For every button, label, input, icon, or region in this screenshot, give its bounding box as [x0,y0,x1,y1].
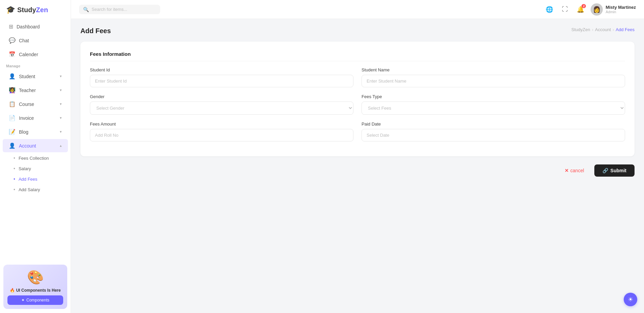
logo: 🎓 StudyZen [0,0,71,20]
promo-text: 🔥 UI Components Is Here [10,288,60,293]
promo-card: 🎨 🔥 UI Components Is Here ✦ Components [3,265,67,309]
notification-button[interactable]: 🔔 2 [575,4,586,15]
translate-icon: 🌐 [546,6,553,13]
avatar: 👩 [591,3,603,16]
logo-icon: 🎓 [6,5,15,14]
cancel-button[interactable]: ✕ cancel [559,165,589,176]
main-content: 🔍 🌐 ⛶ 🔔 2 👩 Misty Martinez Admin [71,0,644,313]
dashboard-icon: ⊞ [9,23,13,30]
breadcrumb-sep-1: › [592,27,593,32]
form-actions: ✕ cancel 🔗 Submit [80,164,635,177]
sidebar-item-label: Dashboard [17,24,40,29]
user-details: Misty Martinez Admin [605,5,636,14]
page-content: Add Fees StudyZen › Account › Add Fees F… [71,19,644,313]
student-name-group: Student Name [362,67,625,87]
chevron-down-icon: ▾ [60,74,62,79]
fees-type-select[interactable]: Select Fees Tuition Fee Exam Fee Library… [362,102,625,115]
sub-item-label: Salary [19,166,31,171]
components-icon: ✦ [21,298,25,303]
student-name-label: Student Name [362,67,625,72]
sidebar-item-add-salary[interactable]: Add Salary [3,184,68,195]
paid-date-group: Paid Date [362,121,625,141]
search-box[interactable]: 🔍 [79,5,160,14]
sidebar-item-chat[interactable]: 💬 Chat [3,34,68,47]
student-id-input[interactable] [90,75,353,87]
breadcrumb-add-fees: Add Fees [616,27,635,32]
breadcrumb-sep-2: › [613,27,614,32]
search-input[interactable] [92,7,152,12]
sub-item-label: Add Fees [19,177,38,182]
moon-icon: ☀ [628,296,633,303]
components-button-label: Components [26,298,49,303]
student-icon: 👤 [9,73,16,80]
notification-badge: 2 [581,4,586,8]
sidebar-item-teacher[interactable]: 👩‍🏫 Teacher ▾ [3,84,68,97]
sidebar-item-label: Account [19,143,36,149]
sidebar-item-label: Student [19,74,35,79]
user-role: Admin [605,10,636,14]
sidebar-item-dashboard[interactable]: ⊞ Dashboard [3,20,68,33]
submit-button[interactable]: 🔗 Submit [594,164,635,177]
submit-icon: 🔗 [602,168,608,173]
fees-amount-input[interactable] [90,129,353,141]
chevron-down-icon: ▾ [60,116,62,120]
fullscreen-icon: ⛶ [562,6,568,13]
page-title: Add Fees [80,27,111,35]
paid-date-label: Paid Date [362,121,625,127]
sidebar-item-student[interactable]: 👤 Student ▾ [3,70,68,83]
promo-illustration: 🎨 [27,269,44,285]
invoice-icon: 📄 [9,115,16,121]
student-id-group: Student Id [90,67,353,87]
fees-form-card: Fees Information Student Id Student Name… [80,42,635,156]
sidebar-item-label: Calender [19,52,38,57]
sidebar-item-course[interactable]: 📋 Course ▾ [3,97,68,111]
blog-icon: 📝 [9,129,16,135]
sidebar-item-calender[interactable]: 📅 Calender [3,48,68,61]
sidebar-item-label: Teacher [19,88,36,93]
theme-toggle-button[interactable]: ☀ [624,293,637,306]
submit-label: Submit [611,168,626,173]
calendar-icon: 📅 [9,51,16,58]
sub-item-label: Fees Collection [19,156,49,161]
breadcrumb-studyzen: StudyZen [571,27,590,32]
topbar-right: 🌐 ⛶ 🔔 2 👩 Misty Martinez Admin [544,3,636,16]
translate-button[interactable]: 🌐 [544,4,555,15]
course-icon: 📋 [9,101,16,107]
sidebar-item-label: Invoice [19,115,34,121]
student-name-input[interactable] [362,75,625,87]
breadcrumb-account: Account [595,27,611,32]
page-header: Add Fees StudyZen › Account › Add Fees [80,27,635,35]
sidebar-item-label: Chat [19,38,29,43]
form-row-1: Student Id Student Name [90,67,625,87]
sidebar-item-add-fees[interactable]: Add Fees [3,174,68,184]
sub-item-label: Add Salary [19,187,40,192]
paid-date-input[interactable] [362,129,625,141]
sidebar-item-fees-collection[interactable]: Fees Collection [3,153,68,163]
fees-amount-group: Fees Amount [90,121,353,141]
user-info: 👩 Misty Martinez Admin [591,3,636,16]
gender-select[interactable]: Select Gender Male Female Other [90,102,353,115]
gender-label: Gender [90,94,353,99]
sidebar-item-salary[interactable]: Salary [3,163,68,174]
account-icon: 👤 [9,142,16,149]
fees-amount-label: Fees Amount [90,121,353,127]
chevron-down-icon: ▾ [60,88,62,92]
sidebar-item-label: Blog [19,129,28,135]
breadcrumb: StudyZen › Account › Add Fees [571,27,635,32]
sidebar-item-invoice[interactable]: 📄 Invoice ▾ [3,111,68,125]
manage-section-label: Manage [0,61,71,69]
account-submenu: Fees Collection Salary Add Fees Add Sala… [0,153,71,195]
sidebar-item-account[interactable]: 👤 Account ▴ [3,139,68,152]
student-id-label: Student Id [90,67,353,72]
chevron-down-icon: ▾ [60,130,62,134]
x-icon: ✕ [565,168,569,173]
fees-type-group: Fees Type Select Fees Tuition Fee Exam F… [362,94,625,115]
fullscreen-button[interactable]: ⛶ [560,4,570,15]
components-button[interactable]: ✦ Components [7,295,63,305]
sidebar-item-label: Course [19,102,34,107]
form-section-title: Fees Information [90,51,625,61]
sidebar: 🎓 StudyZen ⊞ Dashboard 💬 Chat 📅 Calender… [0,0,71,313]
sidebar-item-blog[interactable]: 📝 Blog ▾ [3,125,68,138]
form-row-2: Gender Select Gender Male Female Other F… [90,94,625,115]
search-icon: 🔍 [83,7,89,12]
